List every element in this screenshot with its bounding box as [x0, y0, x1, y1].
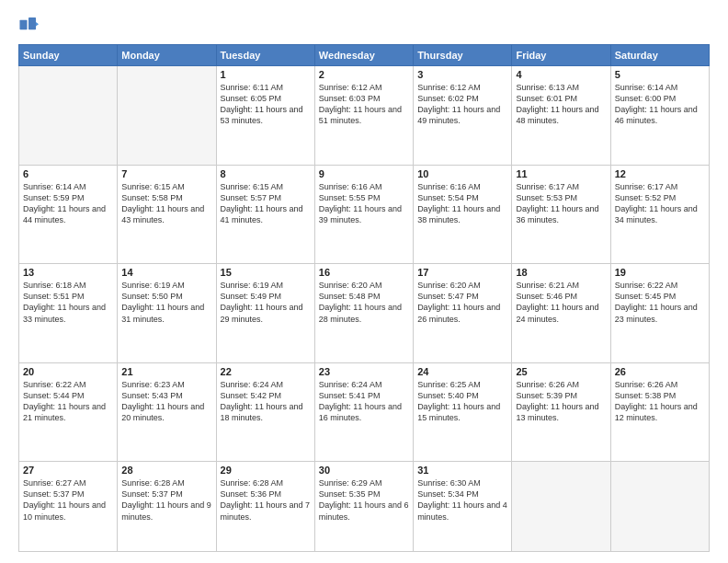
calendar-cell: 8Sunrise: 6:15 AMSunset: 5:57 PMDaylight… — [216, 165, 314, 264]
cell-text: Sunrise: 6:30 AMSunset: 5:34 PMDaylight:… — [417, 477, 507, 523]
logo-icon — [18, 15, 39, 35]
day-number: 2 — [319, 69, 409, 80]
calendar-cell: 17Sunrise: 6:20 AMSunset: 5:47 PMDayligh… — [414, 264, 512, 363]
day-header-friday: Friday — [512, 45, 610, 66]
day-header-saturday: Saturday — [610, 45, 709, 66]
cell-text: Sunrise: 6:12 AMSunset: 6:02 PMDaylight:… — [417, 82, 507, 127]
calendar-cell: 26Sunrise: 6:26 AMSunset: 5:38 PMDayligh… — [610, 362, 709, 462]
day-number: 21 — [121, 366, 211, 377]
calendar-cell: 2Sunrise: 6:12 AMSunset: 6:03 PMDaylight… — [314, 66, 413, 166]
day-number: 19 — [615, 267, 705, 278]
day-number: 30 — [319, 465, 409, 476]
calendar-cell: 31Sunrise: 6:30 AMSunset: 5:34 PMDayligh… — [414, 462, 512, 552]
calendar-cell: 15Sunrise: 6:19 AMSunset: 5:49 PMDayligh… — [216, 264, 314, 363]
cell-text: Sunrise: 6:25 AMSunset: 5:40 PMDaylight:… — [417, 379, 507, 424]
cell-text: Sunrise: 6:15 AMSunset: 5:57 PMDaylight:… — [221, 181, 311, 226]
day-number: 25 — [516, 366, 606, 377]
svg-rect-0 — [19, 20, 27, 29]
cell-text: Sunrise: 6:24 AMSunset: 5:42 PMDaylight:… — [221, 379, 311, 424]
cell-text: Sunrise: 6:28 AMSunset: 5:37 PMDaylight:… — [121, 477, 211, 523]
cell-text: Sunrise: 6:19 AMSunset: 5:50 PMDaylight:… — [121, 280, 211, 325]
cell-text: Sunrise: 6:20 AMSunset: 5:47 PMDaylight:… — [417, 280, 507, 325]
cell-text: Sunrise: 6:29 AMSunset: 5:35 PMDaylight:… — [319, 477, 409, 523]
calendar-cell: 7Sunrise: 6:15 AMSunset: 5:58 PMDaylight… — [118, 165, 216, 264]
day-number: 16 — [319, 267, 409, 278]
day-number: 27 — [23, 465, 113, 476]
day-header-tuesday: Tuesday — [216, 45, 314, 66]
calendar-cell — [610, 462, 709, 552]
day-number: 17 — [417, 267, 507, 278]
day-number: 11 — [516, 168, 606, 179]
calendar-cell: 21Sunrise: 6:23 AMSunset: 5:43 PMDayligh… — [118, 362, 216, 462]
cell-text: Sunrise: 6:17 AMSunset: 5:52 PMDaylight:… — [615, 181, 705, 226]
day-number: 28 — [121, 465, 211, 476]
week-row-5: 27Sunrise: 6:27 AMSunset: 5:37 PMDayligh… — [19, 462, 710, 552]
calendar-cell: 24Sunrise: 6:25 AMSunset: 5:40 PMDayligh… — [414, 362, 512, 462]
calendar-cell: 11Sunrise: 6:17 AMSunset: 5:53 PMDayligh… — [512, 165, 610, 264]
cell-text: Sunrise: 6:20 AMSunset: 5:48 PMDaylight:… — [319, 280, 409, 325]
calendar-cell: 4Sunrise: 6:13 AMSunset: 6:01 PMDaylight… — [512, 66, 610, 166]
cell-text: Sunrise: 6:26 AMSunset: 5:38 PMDaylight:… — [615, 379, 705, 424]
day-number: 9 — [319, 168, 409, 179]
calendar-cell: 14Sunrise: 6:19 AMSunset: 5:50 PMDayligh… — [118, 264, 216, 363]
day-header-thursday: Thursday — [414, 45, 512, 66]
day-number: 22 — [221, 366, 311, 377]
cell-text: Sunrise: 6:21 AMSunset: 5:46 PMDaylight:… — [516, 280, 606, 325]
cell-text: Sunrise: 6:26 AMSunset: 5:39 PMDaylight:… — [516, 379, 606, 424]
cell-text: Sunrise: 6:14 AMSunset: 6:00 PMDaylight:… — [615, 82, 705, 127]
calendar-page: SundayMondayTuesdayWednesdayThursdayFrid… — [0, 0, 728, 563]
day-number: 13 — [23, 267, 113, 278]
cell-text: Sunrise: 6:16 AMSunset: 5:55 PMDaylight:… — [319, 181, 409, 226]
day-number: 15 — [221, 267, 311, 278]
calendar-cell: 27Sunrise: 6:27 AMSunset: 5:37 PMDayligh… — [19, 462, 118, 552]
day-number: 8 — [221, 168, 311, 179]
week-row-1: 1Sunrise: 6:11 AMSunset: 6:05 PMDaylight… — [19, 66, 710, 166]
day-header-wednesday: Wednesday — [314, 45, 413, 66]
cell-text: Sunrise: 6:13 AMSunset: 6:01 PMDaylight:… — [516, 82, 606, 127]
calendar-cell: 3Sunrise: 6:12 AMSunset: 6:02 PMDaylight… — [414, 66, 512, 166]
svg-marker-2 — [36, 22, 39, 26]
cell-text: Sunrise: 6:18 AMSunset: 5:51 PMDaylight:… — [23, 280, 113, 325]
day-number: 12 — [615, 168, 705, 179]
day-number: 1 — [221, 69, 311, 80]
cell-text: Sunrise: 6:24 AMSunset: 5:41 PMDaylight:… — [319, 379, 409, 424]
calendar-cell: 5Sunrise: 6:14 AMSunset: 6:00 PMDaylight… — [610, 66, 709, 166]
cell-text: Sunrise: 6:11 AMSunset: 6:05 PMDaylight:… — [221, 82, 311, 127]
calendar-cell: 30Sunrise: 6:29 AMSunset: 5:35 PMDayligh… — [314, 462, 413, 552]
calendar-cell: 1Sunrise: 6:11 AMSunset: 6:05 PMDaylight… — [216, 66, 314, 166]
cell-text: Sunrise: 6:15 AMSunset: 5:58 PMDaylight:… — [121, 181, 211, 226]
calendar-cell: 16Sunrise: 6:20 AMSunset: 5:48 PMDayligh… — [314, 264, 413, 363]
day-number: 6 — [23, 168, 113, 179]
cell-text: Sunrise: 6:16 AMSunset: 5:54 PMDaylight:… — [417, 181, 507, 226]
day-number: 23 — [319, 366, 409, 377]
day-number: 10 — [417, 168, 507, 179]
cell-text: Sunrise: 6:23 AMSunset: 5:43 PMDaylight:… — [121, 379, 211, 424]
day-number: 20 — [23, 366, 113, 377]
calendar-cell: 25Sunrise: 6:26 AMSunset: 5:39 PMDayligh… — [512, 362, 610, 462]
calendar-cell: 12Sunrise: 6:17 AMSunset: 5:52 PMDayligh… — [610, 165, 709, 264]
calendar-cell — [512, 462, 610, 552]
cell-text: Sunrise: 6:22 AMSunset: 5:44 PMDaylight:… — [23, 379, 113, 424]
day-header-sunday: Sunday — [19, 45, 118, 66]
cell-text: Sunrise: 6:19 AMSunset: 5:49 PMDaylight:… — [221, 280, 311, 325]
calendar-table: SundayMondayTuesdayWednesdayThursdayFrid… — [18, 44, 710, 552]
day-number: 31 — [417, 465, 507, 476]
cell-text: Sunrise: 6:12 AMSunset: 6:03 PMDaylight:… — [319, 82, 409, 127]
calendar-cell: 29Sunrise: 6:28 AMSunset: 5:36 PMDayligh… — [216, 462, 314, 552]
calendar-cell: 22Sunrise: 6:24 AMSunset: 5:42 PMDayligh… — [216, 362, 314, 462]
calendar-cell: 23Sunrise: 6:24 AMSunset: 5:41 PMDayligh… — [314, 362, 413, 462]
day-number: 18 — [516, 267, 606, 278]
cell-text: Sunrise: 6:28 AMSunset: 5:36 PMDaylight:… — [221, 477, 311, 523]
day-number: 3 — [417, 69, 507, 80]
calendar-cell: 19Sunrise: 6:22 AMSunset: 5:45 PMDayligh… — [610, 264, 709, 363]
calendar-cell: 10Sunrise: 6:16 AMSunset: 5:54 PMDayligh… — [414, 165, 512, 264]
day-number: 4 — [516, 69, 606, 80]
cell-text: Sunrise: 6:17 AMSunset: 5:53 PMDaylight:… — [516, 181, 606, 226]
day-number: 14 — [121, 267, 211, 278]
day-number: 26 — [615, 366, 705, 377]
day-header-monday: Monday — [118, 45, 216, 66]
calendar-cell — [19, 66, 118, 166]
calendar-cell: 18Sunrise: 6:21 AMSunset: 5:46 PMDayligh… — [512, 264, 610, 363]
week-row-3: 13Sunrise: 6:18 AMSunset: 5:51 PMDayligh… — [19, 264, 710, 363]
calendar-cell: 6Sunrise: 6:14 AMSunset: 5:59 PMDaylight… — [19, 165, 118, 264]
